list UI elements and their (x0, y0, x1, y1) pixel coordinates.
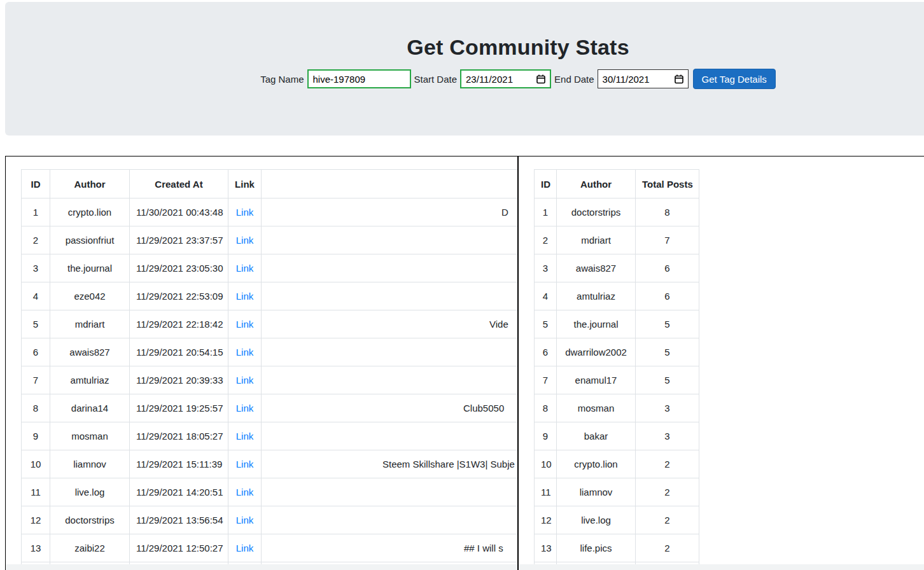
table-row: 7enamul175 (535, 366, 699, 394)
post-created-at-cell: 11/29/2021 19:25:57 (130, 394, 228, 422)
author-total-posts-cell: 3 (636, 394, 699, 422)
table-row: 8darina1411/29/2021 19:25:57LinkClub5050 (22, 394, 519, 422)
end-date-input[interactable] (603, 72, 666, 86)
table-row: 6awais82711/29/2021 20:54:15Link (22, 338, 519, 366)
post-link[interactable]: Link (236, 515, 254, 525)
post-link[interactable]: Link (236, 291, 254, 302)
page-content: Get Community Stats Tag Name Start Date … (0, 2, 924, 570)
post-author-cell: mdriart (50, 310, 130, 338)
author-id-cell: 1 (535, 198, 557, 226)
post-link[interactable]: Link (236, 235, 254, 246)
post-link-cell: Link (228, 226, 262, 254)
post-author-cell: eze042 (50, 282, 130, 310)
author-total-posts-cell: 8 (636, 198, 699, 226)
post-author-cell: awais827 (50, 338, 130, 366)
post-link[interactable]: Link (236, 263, 254, 274)
table-row: 2passionfriut11/29/2021 23:37:57Link (22, 226, 519, 254)
header-banner: Get Community Stats Tag Name Start Date … (5, 2, 924, 136)
post-id-cell: 2 (22, 226, 50, 254)
start-date-label: Start Date (414, 74, 458, 85)
start-date-input[interactable] (466, 72, 529, 86)
post-link-cell: Link (228, 394, 262, 422)
post-title-cell: Vide (262, 310, 519, 338)
authors-table: ID Author Total Posts 1doctorstrips82mdr… (534, 169, 699, 570)
author-total-posts-cell: 7 (636, 226, 699, 254)
tag-name-input[interactable] (307, 69, 411, 88)
post-author-cell: zaibi22 (50, 534, 130, 562)
post-created-at-cell: 11/29/2021 13:56:54 (130, 506, 228, 534)
author-id-cell: 11 (535, 478, 557, 506)
column-header-link: Link (228, 170, 262, 198)
post-link[interactable]: Link (236, 403, 254, 414)
author-id-cell: 3 (535, 254, 557, 282)
post-link[interactable]: Link (236, 487, 254, 497)
post-created-at-cell: 11/29/2021 22:18:42 (130, 310, 228, 338)
table-row: 9bakar3 (535, 422, 699, 450)
post-title-cell (262, 254, 519, 282)
author-name-cell: mosman (557, 394, 636, 422)
post-title-cell (262, 366, 519, 394)
author-total-posts-cell: 5 (636, 310, 699, 338)
post-link[interactable]: Link (236, 543, 254, 553)
table-row: 3the.journal11/29/2021 23:05:30Link (22, 254, 519, 282)
author-total-posts-cell: 5 (636, 366, 699, 394)
column-header-total-posts: Total Posts (636, 170, 699, 198)
post-id-cell: 13 (22, 534, 50, 562)
post-title-cell (262, 282, 519, 310)
post-id-cell: 12 (22, 506, 50, 534)
post-title-cell (262, 226, 519, 254)
horizontal-scrollbar[interactable] (6, 564, 517, 570)
authors-panel: ID Author Total Posts 1doctorstrips82mdr… (518, 156, 924, 570)
post-created-at-cell: 11/29/2021 14:20:51 (130, 478, 228, 506)
author-total-posts-cell: 2 (636, 450, 699, 478)
post-link-cell: Link (228, 366, 262, 394)
page-title: Get Community Stats (5, 35, 924, 60)
post-id-cell: 8 (22, 394, 50, 422)
calendar-icon[interactable] (536, 74, 546, 84)
table-row: 3awais8276 (535, 254, 699, 282)
post-link[interactable]: Link (236, 431, 254, 441)
post-link[interactable]: Link (236, 207, 254, 218)
post-author-cell: mosman (50, 422, 130, 450)
table-row: 11live.log11/29/2021 14:20:51Link (22, 478, 519, 506)
post-title-cell (262, 478, 519, 506)
post-id-cell: 5 (22, 310, 50, 338)
table-row: 12doctorstrips11/29/2021 13:56:54Link (22, 506, 519, 534)
post-link[interactable]: Link (236, 319, 254, 330)
post-link[interactable]: Link (236, 347, 254, 358)
posts-header-row: ID Author Created At Link (22, 170, 519, 198)
results-area: ID Author Created At Link 1crypto.lion11… (5, 156, 924, 570)
author-total-posts-cell: 5 (636, 338, 699, 366)
table-row: 13zaibi2211/29/2021 12:50:27Link## I wil… (22, 534, 519, 562)
author-id-cell: 4 (535, 282, 557, 310)
author-name-cell: dwarrilow2002 (557, 338, 636, 366)
post-link[interactable]: Link (236, 459, 254, 469)
post-created-at-cell: 11/29/2021 15:11:39 (130, 450, 228, 478)
get-tag-details-button[interactable]: Get Tag Details (693, 69, 776, 89)
post-author-cell: the.journal (50, 254, 130, 282)
post-link-cell: Link (228, 422, 262, 450)
post-author-cell: amtulriaz (50, 366, 130, 394)
author-name-cell: mdriart (557, 226, 636, 254)
author-id-cell: 2 (535, 226, 557, 254)
posts-panel: ID Author Created At Link 1crypto.lion11… (5, 156, 518, 570)
post-created-at-cell: 11/29/2021 18:05:27 (130, 422, 228, 450)
post-link-cell: Link (228, 310, 262, 338)
post-id-cell: 9 (22, 422, 50, 450)
author-id-cell: 5 (535, 310, 557, 338)
post-id-cell: 11 (22, 478, 50, 506)
column-header-id: ID (535, 170, 557, 198)
calendar-icon[interactable] (674, 74, 684, 84)
author-total-posts-cell: 3 (636, 422, 699, 450)
post-link-cell: Link (228, 254, 262, 282)
column-header-author: Author (50, 170, 130, 198)
post-id-cell: 1 (22, 198, 50, 226)
author-name-cell: bakar (557, 422, 636, 450)
horizontal-scrollbar[interactable] (519, 564, 924, 570)
post-link[interactable]: Link (236, 375, 254, 386)
column-header-id: ID (22, 170, 50, 198)
author-name-cell: doctorstrips (557, 198, 636, 226)
post-title-cell (262, 338, 519, 366)
author-id-cell: 10 (535, 450, 557, 478)
author-total-posts-cell: 6 (636, 282, 699, 310)
